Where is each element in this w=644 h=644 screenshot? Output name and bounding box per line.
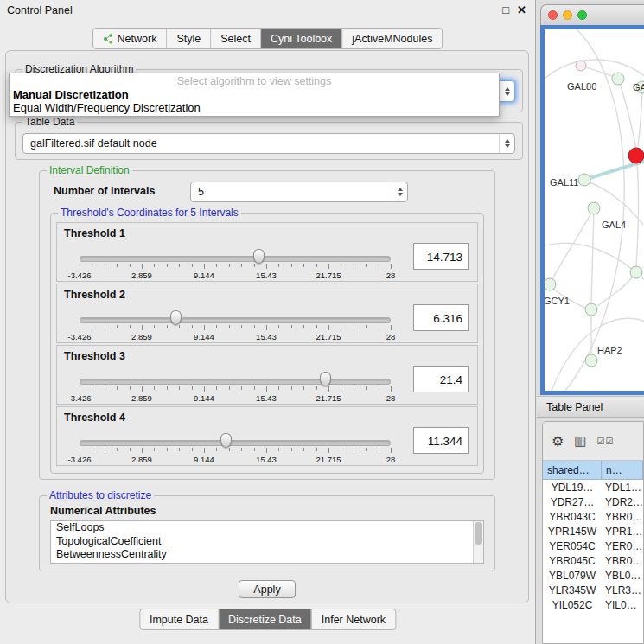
slider-track[interactable] [80, 256, 391, 262]
tick-mark [204, 264, 205, 269]
bottom-tab-infer-network[interactable]: Infer Network [312, 609, 395, 629]
threshold-slider[interactable]: -3.4262.8599.14415.4321.71528 [80, 407, 391, 467]
table-cell: YDL1… [602, 481, 643, 494]
tick-mark [391, 325, 392, 330]
zoom-traffic-light-icon[interactable] [577, 10, 587, 20]
tick-mark [92, 448, 92, 451]
network-node-label: GCY1 [545, 296, 570, 306]
tick-mark [266, 325, 267, 330]
table-row[interactable]: YPR145WYPR1… [543, 524, 643, 539]
slider-track[interactable] [80, 317, 391, 323]
tick-mark [80, 448, 80, 453]
close-traffic-light-icon[interactable] [548, 10, 558, 20]
table-row[interactable]: YBR045CYBR0… [543, 553, 643, 568]
slider-tick-labels: -3.4262.8599.14415.4321.71528 [80, 271, 391, 280]
table-row[interactable]: YBL079WYBL0… [543, 568, 643, 583]
combo-stepper-icon[interactable] [499, 134, 514, 153]
tick-mark [192, 325, 193, 328]
tick-mark [391, 448, 392, 453]
list-item[interactable]: TopologicalCoefficient [51, 535, 483, 549]
close-icon[interactable]: ✕ [517, 3, 526, 16]
slider-thumb[interactable] [170, 310, 182, 325]
column-header[interactable]: shared… [543, 461, 602, 479]
table-row[interactable]: YDL19…YDL1… [543, 480, 643, 494]
tab-cyni-toolbox[interactable]: Cyni Toolbox [261, 29, 342, 48]
numerical-attributes-list[interactable]: SelfLoopsTopologicalCoefficientBetweenne… [50, 520, 484, 564]
slider-thumb[interactable] [320, 372, 331, 386]
tick-mark [379, 448, 379, 451]
minimize-traffic-light-icon[interactable] [563, 10, 572, 20]
network-node[interactable] [628, 148, 644, 163]
tick-mark [379, 386, 379, 390]
number-of-intervals-combo[interactable]: 5 [190, 182, 408, 202]
table-row[interactable]: YIL052CYIL0… [543, 597, 643, 612]
network-node[interactable] [630, 266, 642, 278]
table-data-combo[interactable]: galFiltered.sif default node [22, 133, 515, 154]
tick-label: 2.859 [131, 271, 152, 280]
threshold-slider[interactable]: -3.4262.8599.14415.4321.71528 [80, 223, 391, 283]
tick-mark [316, 448, 317, 451]
network-edge [597, 272, 636, 306]
network-node[interactable] [576, 61, 586, 71]
tick-label: -3.426 [68, 271, 92, 280]
threshold-value-field[interactable]: 11.344 [413, 427, 469, 454]
gear-icon[interactable]: ⚙ [552, 433, 564, 450]
combo-stepper-icon[interactable] [499, 81, 514, 101]
tick-mark [303, 264, 304, 267]
slider-track[interactable] [80, 440, 391, 446]
threshold-slider[interactable]: -3.4262.8599.14415.4321.71528 [80, 346, 391, 405]
tab-network[interactable]: Network [93, 29, 168, 48]
apply-button[interactable]: Apply [239, 580, 296, 598]
tick-mark [142, 325, 143, 330]
combo-stepper-icon[interactable] [392, 182, 407, 201]
network-node[interactable] [585, 354, 597, 367]
tick-mark [192, 264, 193, 267]
network-node[interactable] [545, 278, 556, 290]
list-item[interactable]: BetweennessCentrality [51, 548, 483, 562]
dropdown-options: Manual DiscretizationEqual Width/Frequen… [10, 88, 499, 114]
tick-mark [92, 325, 92, 328]
bottom-tab-impute-data[interactable]: Impute Data [140, 609, 219, 629]
network-node[interactable] [588, 202, 600, 214]
tick-mark [241, 386, 242, 390]
network-node[interactable] [578, 174, 590, 186]
table-cell: YBL079W [543, 570, 602, 582]
list-item[interactable]: SelfLoops [51, 521, 483, 535]
network-node[interactable] [585, 303, 597, 316]
slider-thumb[interactable] [220, 433, 232, 448]
float-window-icon[interactable]: □ [502, 3, 509, 16]
tick-label: -3.426 [68, 455, 92, 464]
threshold-value-field[interactable]: 6.316 [413, 304, 469, 331]
table-row[interactable]: YDR27…YDR2… [543, 494, 643, 509]
dropdown-option[interactable]: Manual Discretization [10, 88, 499, 101]
table-row[interactable]: YBR043CYBR0… [543, 509, 643, 524]
scrollbar[interactable] [473, 521, 483, 563]
network-frame: GAL80GAGAL11GAL4GCY1HAP2 [540, 25, 644, 395]
table-data-group: Table Data galFiltered.sif default node [15, 122, 523, 160]
network-canvas[interactable]: GAL80GAGAL11GAL4GCY1HAP2 [545, 29, 644, 391]
tick-mark [142, 448, 143, 453]
table-row[interactable]: YER054CYER0… [543, 539, 643, 553]
columns-icon[interactable]: ▥ [574, 433, 586, 449]
tick-mark [254, 448, 255, 451]
tab-select[interactable]: Select [211, 29, 261, 48]
slider-track[interactable] [80, 379, 391, 385]
tick-mark [204, 325, 205, 330]
tick-mark [167, 325, 168, 328]
bottom-tab-discretize-data[interactable]: Discretize Data [219, 609, 312, 629]
column-header[interactable]: n… [602, 461, 643, 479]
tick-label: 9.144 [194, 393, 214, 403]
select-columns-icon[interactable]: ☑☑ [597, 437, 615, 446]
table-cell: YER0… [602, 540, 643, 552]
threshold-slider[interactable]: -3.4262.8599.14415.4321.71528 [80, 284, 391, 344]
threshold-value-field[interactable]: 21.4 [413, 366, 469, 392]
tick-mark [229, 448, 230, 451]
tick-label: 9.144 [194, 271, 214, 280]
tab-style[interactable]: Style [167, 29, 211, 48]
scrollbar-thumb[interactable] [475, 522, 482, 545]
tab-jactivemnodules[interactable]: jActiveMNodules [342, 29, 442, 48]
network-node[interactable] [612, 73, 624, 85]
threshold-value-field[interactable]: 14.713 [413, 243, 469, 270]
dropdown-option[interactable]: Equal Width/Frequency Discretization [10, 101, 499, 114]
table-row[interactable]: YLR345WYLR3… [543, 583, 643, 597]
